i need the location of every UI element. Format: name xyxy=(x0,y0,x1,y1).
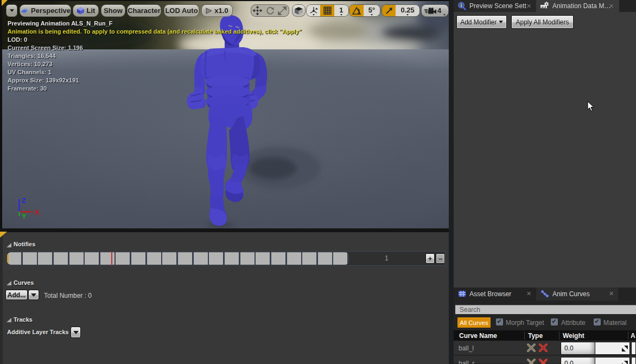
svg-text:Y: Y xyxy=(22,212,27,220)
svg-text:i: i xyxy=(461,3,462,8)
svg-text:X: X xyxy=(35,208,40,216)
svg-text:Z: Z xyxy=(22,196,26,205)
